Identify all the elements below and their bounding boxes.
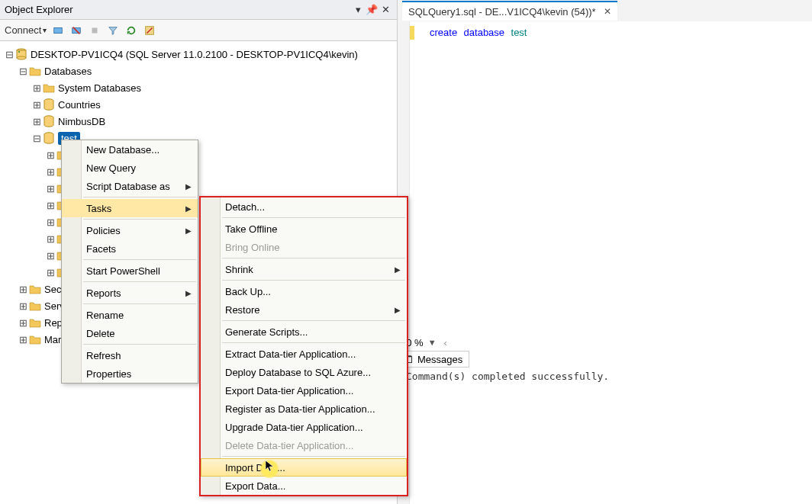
menu-item-label: Facets — [86, 243, 116, 255]
menu-separator — [83, 344, 196, 345]
editor-tab[interactable]: SQLQuery1.sql - DE...V1ICQ4\kevin (54))*… — [402, 1, 617, 21]
menu-separator — [83, 281, 196, 282]
menu-item[interactable]: New Query — [62, 159, 198, 177]
menu-item-label: Take Offline — [225, 223, 277, 235]
menu-item[interactable]: Back Up... — [201, 282, 407, 300]
panel-dropdown-icon[interactable]: ▾ — [351, 3, 365, 17]
menu-item[interactable]: Extract Data-tier Application... — [201, 345, 407, 363]
menu-item[interactable]: Shrink▶ — [201, 260, 407, 278]
menu-item-label: Refresh — [86, 350, 121, 361]
menu-item-label: New Database... — [86, 144, 160, 156]
menu-item[interactable]: Start PowerShell — [62, 262, 198, 280]
chevron-left-icon[interactable]: ‹ — [444, 337, 447, 348]
menu-item[interactable]: Generate Scripts... — [201, 323, 407, 341]
unknown-tool-icon[interactable] — [143, 24, 156, 37]
menu-separator — [222, 280, 405, 281]
object-explorer-toolbar: Connect▾ — [0, 20, 397, 41]
menu-separator — [222, 258, 405, 258]
tree-item[interactable]: ⊞ NimbusDB — [5, 113, 392, 130]
menu-item-label: Properties — [86, 368, 131, 380]
menu-item-label: New Query — [86, 162, 136, 174]
menu-item-label: Reports — [86, 287, 121, 299]
messages-output: Command(s) completed successfully. — [406, 371, 609, 382]
menu-item[interactable]: Rename — [62, 306, 198, 324]
chevron-down-icon[interactable]: ▼ — [428, 338, 437, 347]
folder-icon — [29, 65, 41, 77]
menu-item: Delete Data-tier Application... — [201, 436, 407, 454]
keyword: create — [430, 27, 457, 38]
menu-item-label: Deploy Database to SQL Azure... — [225, 367, 371, 378]
menu-item[interactable]: Script Database as▶ — [62, 177, 198, 195]
menu-item-label: Shrink — [225, 264, 253, 275]
menu-item[interactable]: Deploy Database to SQL Azure... — [201, 363, 407, 381]
stop-icon[interactable] — [88, 24, 102, 37]
messages-tab[interactable]: 🗒 Messages — [398, 351, 469, 368]
menu-item[interactable]: Delete — [62, 324, 198, 342]
menu-item-label: Back Up... — [225, 286, 271, 297]
menu-item-label: Start PowerShell — [86, 265, 160, 277]
menu-item-label: Extract Data-tier Application... — [225, 348, 356, 360]
menu-item[interactable]: Import Data... — [201, 458, 407, 477]
menu-item-label: Delete Data-tier Application... — [225, 440, 353, 451]
svg-rect-0 — [54, 27, 63, 33]
menu-item[interactable]: Refresh — [62, 346, 198, 364]
refresh-icon[interactable] — [124, 24, 138, 37]
tree-server-node[interactable]: ⊟ DESKTOP-PV1ICQ4 (SQL Server 11.0.2100 … — [5, 46, 392, 63]
menu-item[interactable]: Export Data... — [201, 477, 407, 495]
tree-databases-node[interactable]: ⊟ Databases — [5, 63, 392, 79]
menu-item-label: Register as Data-tier Application... — [225, 403, 375, 415]
tree-item[interactable]: ⊞ System Databases — [5, 79, 392, 96]
menu-item[interactable]: Policies▶ — [62, 221, 198, 239]
chevron-right-icon: ▶ — [185, 226, 192, 235]
menu-separator — [83, 197, 196, 197]
menu-item-label: Delete — [86, 328, 115, 339]
menu-item-label: Tasks — [86, 203, 111, 214]
tree-item[interactable]: ⊞ Countries — [5, 96, 392, 113]
folder-icon — [43, 82, 55, 94]
menu-item-label: Export Data-tier Application... — [225, 385, 353, 396]
database-icon — [43, 115, 55, 127]
identifier: test — [511, 27, 527, 38]
tree-databases-label: Databases — [44, 66, 92, 77]
disconnect-icon[interactable] — [69, 24, 83, 37]
menu-item[interactable]: Take Offline — [201, 220, 407, 238]
menu-item[interactable]: Properties — [62, 364, 198, 383]
panel-pin-icon[interactable]: 📌 — [365, 3, 379, 17]
menu-separator — [83, 259, 196, 260]
tree-server-label: DESKTOP-PV1ICQ4 (SQL Server 11.0.2100 - … — [31, 49, 358, 60]
editor-tab-label: SQLQuery1.sql - DE...V1ICQ4\kevin (54))* — [408, 6, 596, 18]
menu-item[interactable]: Facets — [62, 239, 198, 258]
chevron-right-icon: ▶ — [395, 306, 401, 314]
menu-item[interactable]: Upgrade Data-tier Application... — [201, 418, 407, 436]
menu-item[interactable]: Reports▶ — [62, 284, 198, 302]
menu-item[interactable]: Export Data-tier Application... — [201, 381, 407, 400]
svg-point-8 — [17, 56, 26, 59]
menu-item-label: Import Data... — [225, 462, 285, 474]
chevron-right-icon: ▶ — [395, 265, 401, 274]
menu-item[interactable]: Detach... — [201, 197, 407, 216]
menu-item-label: Bring Online — [225, 242, 280, 253]
filter-icon[interactable] — [106, 24, 120, 37]
panel-title-text: Object Explorer — [5, 4, 73, 15]
connect-button[interactable]: Connect▾ — [5, 24, 47, 36]
panel-close-icon[interactable]: ✕ — [379, 3, 392, 17]
context-menu-tasks: Detach...Take OfflineBring OnlineShrink▶… — [199, 196, 408, 496]
chevron-right-icon: ▶ — [185, 182, 192, 191]
close-icon[interactable]: ✕ — [604, 6, 611, 17]
menu-item[interactable]: Tasks▶ — [62, 199, 198, 217]
menu-item[interactable]: Register as Data-tier Application... — [201, 400, 407, 418]
menu-separator — [222, 217, 405, 218]
editor-line: create database test — [414, 26, 812, 38]
menu-item-label: Upgrade Data-tier Application... — [225, 422, 363, 433]
connect-icon[interactable] — [51, 24, 65, 37]
tree-item-label: NimbusDB — [58, 116, 105, 127]
menu-item-label: Detach... — [225, 201, 265, 213]
sql-editor[interactable]: create database test — [398, 21, 812, 504]
menu-item-label: Policies — [86, 225, 121, 236]
menu-separator — [83, 219, 196, 220]
database-icon — [43, 132, 55, 144]
chevron-right-icon: ▶ — [185, 204, 192, 213]
menu-item[interactable]: Restore▶ — [201, 300, 407, 319]
svg-point-9 — [18, 51, 20, 53]
menu-item[interactable]: New Database... — [62, 140, 198, 159]
